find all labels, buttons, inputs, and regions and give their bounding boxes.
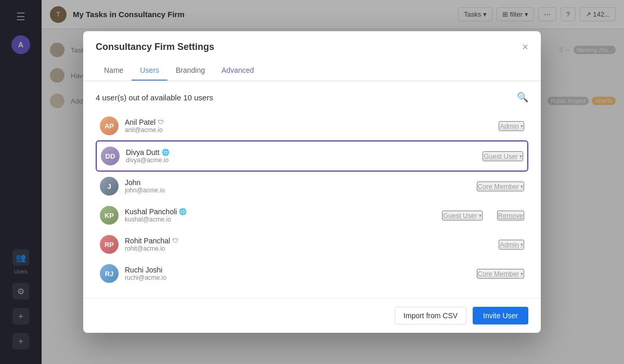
user-info-kushal: Kushal Pancholi 🌐 kushal@acme.io xyxy=(125,207,436,223)
user-info-john: John john@acme.io xyxy=(125,178,471,194)
avatar-john: J xyxy=(100,177,119,196)
globe-icon: 🌐 xyxy=(162,149,170,156)
user-row-anil: AP Anil Patel 🛡 anil@acme.io Admin ▾ xyxy=(96,111,528,140)
role-dropdown-anil[interactable]: Admin ▾ xyxy=(499,121,524,131)
chevron-down-icon: ▾ xyxy=(479,213,482,218)
user-email-rohit: rohit@acme.io xyxy=(125,245,492,252)
modal-header: Consultancy Firm Settings × xyxy=(83,31,541,53)
globe-icon: 🌐 xyxy=(179,208,187,215)
close-button[interactable]: × xyxy=(522,42,528,52)
chevron-down-icon: ▾ xyxy=(521,184,523,189)
modal-overlay: Consultancy Firm Settings × Name Users B… xyxy=(0,0,624,364)
user-email-anil: anil@acme.io xyxy=(125,126,492,134)
avatar-ruchi: RJ xyxy=(100,264,119,283)
avatar-anil: AP xyxy=(100,116,119,135)
role-dropdown-divya[interactable]: Guest User ▾ xyxy=(483,151,523,161)
remove-button-kushal[interactable]: Remove xyxy=(497,211,524,220)
user-name-john: John xyxy=(125,178,471,187)
avatar-divya: DD xyxy=(101,147,120,165)
modal-footer: Import from CSV Invite User xyxy=(83,298,541,333)
tab-advanced[interactable]: Advanced xyxy=(213,61,262,81)
tab-name[interactable]: Name xyxy=(96,61,132,81)
user-row-ruchi: RJ Ruchi Joshi ruchi@acme.io Core Member… xyxy=(96,259,528,288)
user-row-divya: DD Divya Dutt 🌐 divya@acme.io Guest User… xyxy=(96,140,528,172)
user-name-rohit: Rohit Panchal 🛡 xyxy=(125,237,492,245)
modal-body: 4 user(s) out of available 10 users 🔍 AP… xyxy=(83,81,541,298)
user-name-kushal: Kushal Pancholi 🌐 xyxy=(125,207,436,216)
modal-title: Consultancy Firm Settings xyxy=(96,42,214,53)
avatar-rohit: RP xyxy=(100,235,119,254)
user-name-ruchi: Ruchi Joshi xyxy=(125,266,471,274)
chevron-down-icon: ▾ xyxy=(521,242,523,248)
user-email-ruchi: ruchi@acme.io xyxy=(125,274,471,281)
avatar-kushal: KP xyxy=(100,206,119,225)
user-row-kushal: KP Kushal Pancholi 🌐 kushal@acme.io Gues… xyxy=(96,201,528,230)
user-row-rohit: RP Rohit Panchal 🛡 rohit@acme.io Admin ▾ xyxy=(96,230,528,259)
role-dropdown-ruchi[interactable]: Core Member ▾ xyxy=(477,269,524,279)
invite-user-button[interactable]: Invite User xyxy=(473,307,528,324)
tab-branding[interactable]: Branding xyxy=(167,61,213,81)
import-csv-button[interactable]: Import from CSV xyxy=(395,307,466,324)
users-count: 4 user(s) out of available 10 users xyxy=(96,93,213,102)
user-name-divya: Divya Dutt 🌐 xyxy=(126,148,476,157)
role-dropdown-rohit[interactable]: Admin ▾ xyxy=(499,240,524,250)
chevron-down-icon: ▾ xyxy=(521,271,523,277)
shield-icon: 🛡 xyxy=(158,119,164,126)
role-dropdown-john[interactable]: Core Member ▾ xyxy=(477,181,524,191)
chevron-down-icon: ▾ xyxy=(521,123,523,129)
user-list: AP Anil Patel 🛡 anil@acme.io Admin ▾ xyxy=(96,111,528,288)
shield-icon: 🛡 xyxy=(172,237,178,244)
chevron-down-icon: ▾ xyxy=(519,153,522,159)
user-info-ruchi: Ruchi Joshi ruchi@acme.io xyxy=(125,266,471,281)
users-header: 4 user(s) out of available 10 users 🔍 xyxy=(96,92,528,103)
settings-modal: Consultancy Firm Settings × Name Users B… xyxy=(83,31,541,333)
modal-tabs: Name Users Branding Advanced xyxy=(83,61,541,81)
user-name-anil: Anil Patel 🛡 xyxy=(125,118,492,126)
search-button[interactable]: 🔍 xyxy=(517,92,528,103)
user-info-divya: Divya Dutt 🌐 divya@acme.io xyxy=(126,148,476,164)
user-email-divya: divya@acme.io xyxy=(126,157,476,164)
role-dropdown-kushal[interactable]: Guest User ▾ xyxy=(442,211,483,220)
user-info-rohit: Rohit Panchal 🛡 rohit@acme.io xyxy=(125,237,492,252)
tab-users[interactable]: Users xyxy=(132,61,167,81)
user-email-john: john@acme.io xyxy=(125,187,471,194)
user-info-anil: Anil Patel 🛡 anil@acme.io xyxy=(125,118,492,134)
user-row-john: J John john@acme.io Core Member ▾ xyxy=(96,172,528,201)
user-email-kushal: kushal@acme.io xyxy=(125,216,436,223)
